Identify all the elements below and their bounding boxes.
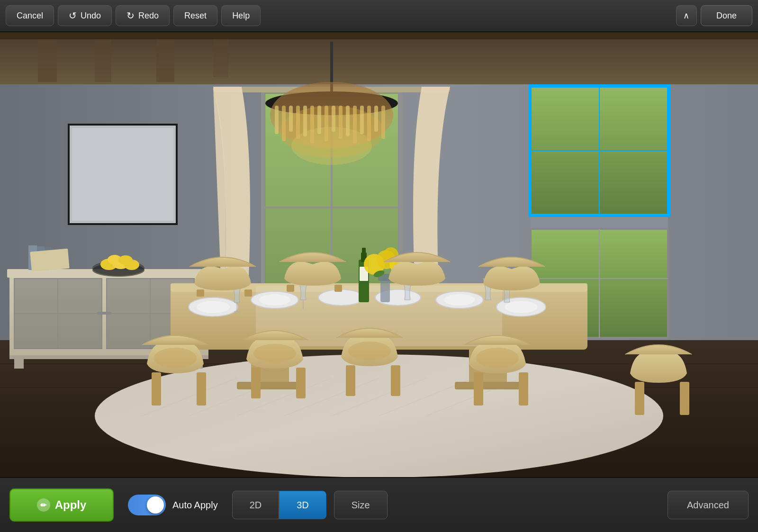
bottom-toolbar: ✏ Apply Auto Apply 2D 3D Size Advanced <box>0 477 758 532</box>
svg-rect-6 <box>156 39 174 82</box>
svg-rect-44 <box>353 106 357 144</box>
scene-area[interactable] <box>0 32 758 477</box>
help-label: Help <box>232 11 250 21</box>
svg-rect-103 <box>362 248 366 255</box>
svg-point-99 <box>318 289 364 306</box>
svg-rect-89 <box>455 382 521 389</box>
svg-rect-114 <box>197 372 206 406</box>
svg-point-96 <box>505 301 538 313</box>
advanced-label: Advanced <box>687 500 729 510</box>
svg-point-124 <box>476 348 519 369</box>
room-scene <box>0 32 758 477</box>
svg-rect-3 <box>0 32 758 39</box>
svg-point-92 <box>197 301 230 313</box>
svg-rect-72 <box>103 312 111 315</box>
svg-rect-48 <box>381 106 385 139</box>
svg-point-94 <box>259 294 290 306</box>
svg-rect-128 <box>244 289 252 297</box>
svg-rect-123 <box>519 372 528 406</box>
svg-rect-105 <box>380 279 390 302</box>
svg-rect-45 <box>360 106 364 134</box>
svg-rect-130 <box>334 285 342 292</box>
redo-label: Redo <box>138 11 159 21</box>
svg-rect-127 <box>197 289 204 297</box>
svg-rect-42 <box>339 106 343 139</box>
svg-rect-116 <box>251 368 261 398</box>
svg-rect-126 <box>680 382 689 415</box>
svg-rect-36 <box>296 106 300 139</box>
svg-rect-76 <box>30 249 69 272</box>
svg-rect-33 <box>275 106 279 134</box>
svg-rect-119 <box>346 365 355 396</box>
chevron-up-icon: ∧ <box>683 10 689 21</box>
svg-rect-34 <box>282 106 286 141</box>
done-label: Done <box>716 11 737 20</box>
help-button[interactable]: Help <box>221 5 261 26</box>
svg-rect-117 <box>296 368 306 398</box>
svg-point-98 <box>444 294 475 306</box>
svg-rect-122 <box>474 372 483 406</box>
svg-rect-37 <box>303 106 307 136</box>
view-3d-label: 3D <box>297 500 309 510</box>
svg-rect-47 <box>374 106 378 132</box>
toggle-knob <box>147 496 164 514</box>
reset-button[interactable]: Reset <box>173 5 217 26</box>
apply-label: Apply <box>55 498 87 512</box>
svg-rect-88 <box>237 382 303 389</box>
svg-rect-7 <box>213 39 228 77</box>
done-button[interactable]: Done <box>701 5 752 26</box>
top-toolbar: Cancel ↺ Undo ↻ Redo Reset Help ∧ Done <box>0 0 758 32</box>
svg-rect-46 <box>367 106 371 141</box>
svg-rect-5 <box>95 39 111 82</box>
svg-rect-125 <box>635 382 644 415</box>
svg-rect-120 <box>391 365 400 396</box>
svg-rect-4 <box>38 39 57 82</box>
redo-button[interactable]: ↻ Redo <box>116 5 170 26</box>
svg-rect-39 <box>317 106 321 134</box>
size-button[interactable]: Size <box>334 491 388 519</box>
advanced-button[interactable]: Advanced <box>668 491 749 519</box>
svg-rect-40 <box>325 106 328 141</box>
svg-rect-43 <box>346 106 350 136</box>
svg-rect-35 <box>289 106 293 132</box>
view-2d-button[interactable]: 2D <box>232 491 280 519</box>
cancel-button[interactable]: Cancel <box>6 5 54 26</box>
cancel-label: Cancel <box>17 11 43 21</box>
redo-icon: ↻ <box>126 10 135 21</box>
svg-rect-129 <box>287 285 294 292</box>
paint-brush-icon: ✏ <box>37 498 50 512</box>
svg-point-118 <box>253 344 296 363</box>
auto-apply-label: Auto Apply <box>172 500 218 511</box>
auto-apply-section: Auto Apply <box>128 495 218 515</box>
svg-rect-38 <box>310 106 314 144</box>
reset-label: Reset <box>184 11 207 21</box>
undo-icon: ↺ <box>69 10 77 21</box>
svg-rect-50 <box>72 128 173 221</box>
size-label: Size <box>352 500 370 510</box>
apply-button[interactable]: ✏ Apply <box>9 488 114 522</box>
auto-apply-toggle[interactable] <box>128 495 166 515</box>
svg-rect-41 <box>332 106 335 132</box>
svg-point-83 <box>118 255 133 265</box>
undo-button[interactable]: ↺ Undo <box>58 5 112 26</box>
svg-rect-2 <box>0 32 758 84</box>
svg-point-115 <box>154 348 197 369</box>
svg-point-121 <box>348 342 391 361</box>
view-3d-button[interactable]: 3D <box>279 491 326 519</box>
svg-rect-113 <box>152 372 161 406</box>
view-mode-group: 2D 3D <box>232 491 326 519</box>
view-2d-label: 2D <box>250 500 262 510</box>
collapse-button[interactable]: ∧ <box>676 5 697 26</box>
undo-label: Undo <box>81 11 101 21</box>
